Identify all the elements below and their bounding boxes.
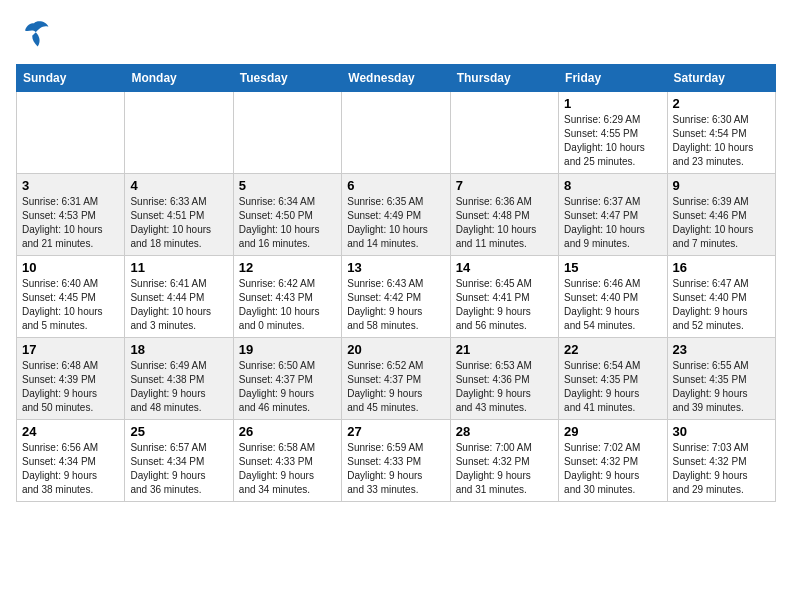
day-number: 4 <box>130 178 227 193</box>
calendar-day-cell: 28Sunrise: 7:00 AM Sunset: 4:32 PM Dayli… <box>450 420 558 502</box>
day-info: Sunrise: 6:53 AM Sunset: 4:36 PM Dayligh… <box>456 359 553 415</box>
day-info: Sunrise: 7:03 AM Sunset: 4:32 PM Dayligh… <box>673 441 770 497</box>
calendar-day-cell: 23Sunrise: 6:55 AM Sunset: 4:35 PM Dayli… <box>667 338 775 420</box>
day-number: 19 <box>239 342 336 357</box>
day-info: Sunrise: 6:58 AM Sunset: 4:33 PM Dayligh… <box>239 441 336 497</box>
day-info: Sunrise: 7:02 AM Sunset: 4:32 PM Dayligh… <box>564 441 661 497</box>
day-info: Sunrise: 6:35 AM Sunset: 4:49 PM Dayligh… <box>347 195 444 251</box>
day-number: 10 <box>22 260 119 275</box>
calendar-day-cell: 24Sunrise: 6:56 AM Sunset: 4:34 PM Dayli… <box>17 420 125 502</box>
day-info: Sunrise: 7:00 AM Sunset: 4:32 PM Dayligh… <box>456 441 553 497</box>
calendar-day-cell: 30Sunrise: 7:03 AM Sunset: 4:32 PM Dayli… <box>667 420 775 502</box>
day-info: Sunrise: 6:57 AM Sunset: 4:34 PM Dayligh… <box>130 441 227 497</box>
calendar-day-cell <box>450 92 558 174</box>
day-info: Sunrise: 6:39 AM Sunset: 4:46 PM Dayligh… <box>673 195 770 251</box>
calendar-table: SundayMondayTuesdayWednesdayThursdayFrid… <box>16 64 776 502</box>
day-info: Sunrise: 6:43 AM Sunset: 4:42 PM Dayligh… <box>347 277 444 333</box>
day-info: Sunrise: 6:41 AM Sunset: 4:44 PM Dayligh… <box>130 277 227 333</box>
day-number: 11 <box>130 260 227 275</box>
day-info: Sunrise: 6:37 AM Sunset: 4:47 PM Dayligh… <box>564 195 661 251</box>
calendar-day-cell: 16Sunrise: 6:47 AM Sunset: 4:40 PM Dayli… <box>667 256 775 338</box>
calendar-day-cell: 7Sunrise: 6:36 AM Sunset: 4:48 PM Daylig… <box>450 174 558 256</box>
calendar-day-cell: 25Sunrise: 6:57 AM Sunset: 4:34 PM Dayli… <box>125 420 233 502</box>
calendar-day-cell <box>342 92 450 174</box>
page-header <box>16 16 776 52</box>
day-number: 15 <box>564 260 661 275</box>
weekday-header: Wednesday <box>342 65 450 92</box>
calendar-day-cell: 3Sunrise: 6:31 AM Sunset: 4:53 PM Daylig… <box>17 174 125 256</box>
day-number: 17 <box>22 342 119 357</box>
day-info: Sunrise: 6:42 AM Sunset: 4:43 PM Dayligh… <box>239 277 336 333</box>
calendar-week-row: 3Sunrise: 6:31 AM Sunset: 4:53 PM Daylig… <box>17 174 776 256</box>
day-info: Sunrise: 6:52 AM Sunset: 4:37 PM Dayligh… <box>347 359 444 415</box>
day-number: 5 <box>239 178 336 193</box>
day-number: 21 <box>456 342 553 357</box>
day-info: Sunrise: 6:45 AM Sunset: 4:41 PM Dayligh… <box>456 277 553 333</box>
calendar-header-row: SundayMondayTuesdayWednesdayThursdayFrid… <box>17 65 776 92</box>
day-number: 7 <box>456 178 553 193</box>
day-number: 3 <box>22 178 119 193</box>
day-number: 27 <box>347 424 444 439</box>
day-info: Sunrise: 6:47 AM Sunset: 4:40 PM Dayligh… <box>673 277 770 333</box>
day-number: 30 <box>673 424 770 439</box>
weekday-header: Friday <box>559 65 667 92</box>
day-number: 18 <box>130 342 227 357</box>
day-number: 6 <box>347 178 444 193</box>
day-number: 1 <box>564 96 661 111</box>
day-info: Sunrise: 6:46 AM Sunset: 4:40 PM Dayligh… <box>564 277 661 333</box>
day-info: Sunrise: 6:49 AM Sunset: 4:38 PM Dayligh… <box>130 359 227 415</box>
calendar-day-cell <box>17 92 125 174</box>
calendar-week-row: 10Sunrise: 6:40 AM Sunset: 4:45 PM Dayli… <box>17 256 776 338</box>
calendar-day-cell: 14Sunrise: 6:45 AM Sunset: 4:41 PM Dayli… <box>450 256 558 338</box>
calendar-day-cell: 12Sunrise: 6:42 AM Sunset: 4:43 PM Dayli… <box>233 256 341 338</box>
day-info: Sunrise: 6:31 AM Sunset: 4:53 PM Dayligh… <box>22 195 119 251</box>
day-info: Sunrise: 6:40 AM Sunset: 4:45 PM Dayligh… <box>22 277 119 333</box>
calendar-day-cell: 19Sunrise: 6:50 AM Sunset: 4:37 PM Dayli… <box>233 338 341 420</box>
day-number: 23 <box>673 342 770 357</box>
calendar-day-cell: 15Sunrise: 6:46 AM Sunset: 4:40 PM Dayli… <box>559 256 667 338</box>
calendar-day-cell: 10Sunrise: 6:40 AM Sunset: 4:45 PM Dayli… <box>17 256 125 338</box>
calendar-week-row: 1Sunrise: 6:29 AM Sunset: 4:55 PM Daylig… <box>17 92 776 174</box>
day-number: 20 <box>347 342 444 357</box>
day-info: Sunrise: 6:33 AM Sunset: 4:51 PM Dayligh… <box>130 195 227 251</box>
day-number: 24 <box>22 424 119 439</box>
calendar-day-cell: 1Sunrise: 6:29 AM Sunset: 4:55 PM Daylig… <box>559 92 667 174</box>
day-info: Sunrise: 6:36 AM Sunset: 4:48 PM Dayligh… <box>456 195 553 251</box>
day-info: Sunrise: 6:56 AM Sunset: 4:34 PM Dayligh… <box>22 441 119 497</box>
calendar-day-cell: 27Sunrise: 6:59 AM Sunset: 4:33 PM Dayli… <box>342 420 450 502</box>
day-info: Sunrise: 6:29 AM Sunset: 4:55 PM Dayligh… <box>564 113 661 169</box>
calendar-day-cell: 21Sunrise: 6:53 AM Sunset: 4:36 PM Dayli… <box>450 338 558 420</box>
day-number: 29 <box>564 424 661 439</box>
calendar-day-cell: 20Sunrise: 6:52 AM Sunset: 4:37 PM Dayli… <box>342 338 450 420</box>
day-info: Sunrise: 6:54 AM Sunset: 4:35 PM Dayligh… <box>564 359 661 415</box>
calendar-day-cell <box>233 92 341 174</box>
calendar-day-cell: 4Sunrise: 6:33 AM Sunset: 4:51 PM Daylig… <box>125 174 233 256</box>
calendar-day-cell: 13Sunrise: 6:43 AM Sunset: 4:42 PM Dayli… <box>342 256 450 338</box>
day-info: Sunrise: 6:34 AM Sunset: 4:50 PM Dayligh… <box>239 195 336 251</box>
weekday-header: Sunday <box>17 65 125 92</box>
calendar-day-cell: 11Sunrise: 6:41 AM Sunset: 4:44 PM Dayli… <box>125 256 233 338</box>
calendar-day-cell: 6Sunrise: 6:35 AM Sunset: 4:49 PM Daylig… <box>342 174 450 256</box>
weekday-header: Saturday <box>667 65 775 92</box>
day-number: 16 <box>673 260 770 275</box>
calendar-week-row: 17Sunrise: 6:48 AM Sunset: 4:39 PM Dayli… <box>17 338 776 420</box>
calendar-day-cell: 26Sunrise: 6:58 AM Sunset: 4:33 PM Dayli… <box>233 420 341 502</box>
calendar-day-cell: 8Sunrise: 6:37 AM Sunset: 4:47 PM Daylig… <box>559 174 667 256</box>
day-info: Sunrise: 6:59 AM Sunset: 4:33 PM Dayligh… <box>347 441 444 497</box>
logo-icon <box>16 16 52 52</box>
calendar-day-cell: 2Sunrise: 6:30 AM Sunset: 4:54 PM Daylig… <box>667 92 775 174</box>
day-number: 8 <box>564 178 661 193</box>
day-number: 22 <box>564 342 661 357</box>
day-info: Sunrise: 6:48 AM Sunset: 4:39 PM Dayligh… <box>22 359 119 415</box>
day-number: 14 <box>456 260 553 275</box>
day-number: 9 <box>673 178 770 193</box>
day-number: 25 <box>130 424 227 439</box>
calendar-week-row: 24Sunrise: 6:56 AM Sunset: 4:34 PM Dayli… <box>17 420 776 502</box>
day-number: 28 <box>456 424 553 439</box>
calendar-day-cell: 22Sunrise: 6:54 AM Sunset: 4:35 PM Dayli… <box>559 338 667 420</box>
calendar-day-cell: 9Sunrise: 6:39 AM Sunset: 4:46 PM Daylig… <box>667 174 775 256</box>
day-number: 13 <box>347 260 444 275</box>
weekday-header: Thursday <box>450 65 558 92</box>
day-info: Sunrise: 6:55 AM Sunset: 4:35 PM Dayligh… <box>673 359 770 415</box>
weekday-header: Monday <box>125 65 233 92</box>
